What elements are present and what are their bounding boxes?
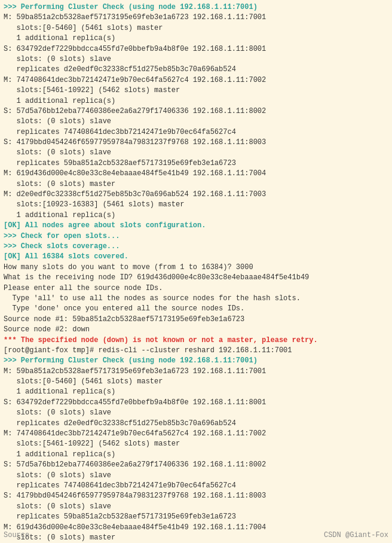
terminal-line: 1 additional replica(s) bbox=[4, 387, 388, 397]
terminal-line: replicates 59ba851a2cb5328aef57173195e69… bbox=[4, 158, 388, 169]
terminal-line: >>> Performing Cluster Check (using node… bbox=[4, 356, 388, 366]
terminal-line: replicates d2e0edf0c32338cf51d275eb85b3c… bbox=[4, 419, 388, 429]
terminal-line: [root@giant-fox tmp]# redis-cli --cluste… bbox=[4, 346, 388, 356]
terminal-line: S: 634792def7229bbdcca455fd7e0bbefb9a4b8… bbox=[4, 44, 388, 54]
terminal-line: [OK] All 16384 slots covered. bbox=[4, 252, 388, 262]
terminal-line: [OK] All nodes agree about slots configu… bbox=[4, 221, 388, 231]
terminal-line: replicates 59ba851a2cb5328aef57173195e69… bbox=[4, 512, 388, 522]
terminal-line: slots: (0 slots) slave bbox=[4, 408, 388, 418]
terminal-line: S: 57d5a76bb12eba77460386ee2a6a279f17406… bbox=[4, 106, 388, 117]
terminal-line: replicates d2e0edf0c32338cf51d275eb85b3c… bbox=[4, 65, 388, 75]
terminal-line: Source node #1: 59ba851a2cb5328aef571731… bbox=[4, 315, 388, 325]
terminal: >>> Performing Cluster Check (using node… bbox=[0, 0, 392, 543]
terminal-line: How many slots do you want to move (from… bbox=[4, 263, 388, 273]
terminal-line: 1 additional replica(s) bbox=[4, 211, 388, 221]
terminal-line: slots:[10923-16383] (5461 slots) master bbox=[4, 200, 388, 210]
terminal-line: >>> Check for open slots... bbox=[4, 231, 388, 242]
terminal-line: slots: (0 slots) slave bbox=[4, 148, 388, 158]
terminal-line: M: 747408641dec3bb72142471e9b70ec64fa562… bbox=[4, 429, 388, 439]
terminal-line: replicates 747408641dec3bb72142471e9b70e… bbox=[4, 127, 388, 138]
terminal-line: 1 additional replica(s) bbox=[4, 450, 388, 460]
terminal-line: replicates 747408641dec3bb72142471e9b70e… bbox=[4, 481, 388, 491]
source-label: Source bbox=[4, 531, 29, 539]
terminal-line: Please enter all the source node IDs. bbox=[4, 283, 388, 294]
terminal-line: M: 747408641dec3bb72142471e9b70ec64fa562… bbox=[4, 75, 388, 86]
terminal-line: slots:[5461-10922] (5462 slots) master bbox=[4, 439, 388, 449]
terminal-line: *** The specified node (down) is not kno… bbox=[4, 335, 388, 346]
terminal-line: slots:[0-5460] (5461 slots) master bbox=[4, 23, 388, 33]
terminal-line: Type 'all' to use all the nodes as sourc… bbox=[4, 294, 388, 304]
terminal-line: S: 4179bbd0454246f65977959784a79831237f9… bbox=[4, 138, 388, 148]
terminal-line: What is the receiving node ID? 619d436d0… bbox=[4, 273, 388, 283]
terminal-line: slots: (0 slots) slave bbox=[4, 54, 388, 65]
terminal-line: >>> Check slots coverage... bbox=[4, 242, 388, 252]
terminal-line: >>> Performing Cluster Check (using node… bbox=[4, 2, 388, 13]
watermark: CSDN @Giant-Fox bbox=[324, 531, 388, 539]
terminal-line: slots: (0 slots) slave bbox=[4, 471, 388, 481]
terminal-line: slots:[5461-10922] (5462 slots) master bbox=[4, 86, 388, 96]
terminal-line: M: 619d436d000e4c80e33c8e4ebaaae484f5e41… bbox=[4, 169, 388, 179]
terminal-line: S: 4179bbd0454246f65977959784a79831237f9… bbox=[4, 491, 388, 501]
terminal-line: slots: (0 slots) slave bbox=[4, 502, 388, 512]
terminal-line: Type 'done' once you entered all the sou… bbox=[4, 304, 388, 314]
terminal-line: S: 634792def7229bbdcca455fd7e0bbefb9a4b8… bbox=[4, 398, 388, 408]
terminal-line: M: 59ba851a2cb5328aef57173195e69feb3e1a6… bbox=[4, 13, 388, 23]
terminal-content: >>> Performing Cluster Check (using node… bbox=[4, 2, 388, 543]
terminal-line: slots:[0-5460] (5461 slots) master bbox=[4, 377, 388, 387]
terminal-line: M: 59ba851a2cb5328aef57173195e69feb3e1a6… bbox=[4, 367, 388, 377]
terminal-line: Source node #2: down bbox=[4, 325, 388, 335]
terminal-line: 1 additional replica(s) bbox=[4, 96, 388, 106]
terminal-line: slots: (0 slots) slave bbox=[4, 117, 388, 127]
terminal-line: M: d2e0edf0c32338cf51d275eb85b3c70a696ab… bbox=[4, 190, 388, 200]
terminal-line: S: 57d5a76bb12eba77460386ee2a6a279f17406… bbox=[4, 460, 388, 470]
terminal-line: slots: (0 slots) master bbox=[4, 179, 388, 190]
terminal-line: 1 additional replica(s) bbox=[4, 33, 388, 44]
